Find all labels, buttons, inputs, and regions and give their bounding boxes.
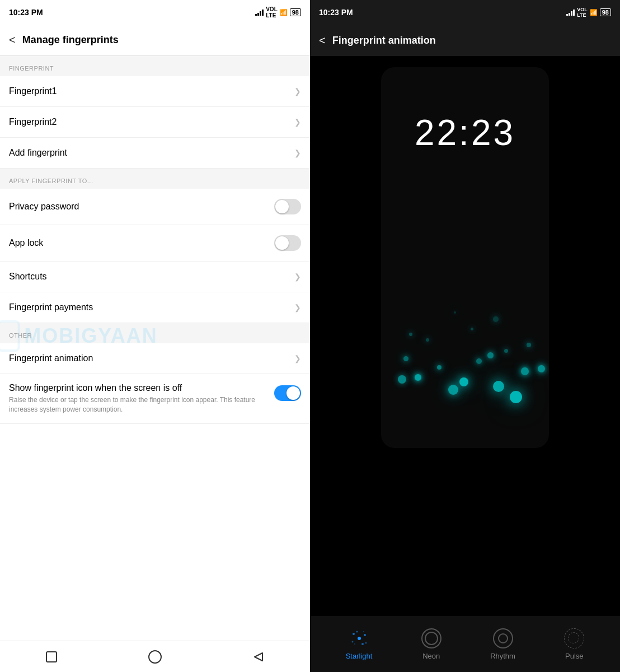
right-status-icons: VOLLTE 📶 98 bbox=[566, 7, 611, 18]
left-back-button[interactable]: < bbox=[9, 34, 16, 46]
svg-point-9 bbox=[361, 643, 364, 645]
wifi-icon: 📶 bbox=[280, 9, 288, 16]
show-fingerprint-icon-text: Show fingerprint icon when the screen is… bbox=[9, 383, 267, 414]
rhythm-label: Rhythm bbox=[490, 652, 515, 660]
neon-label: Neon bbox=[422, 652, 440, 660]
fingerprint-payments-chevron: ❯ bbox=[294, 303, 301, 312]
add-fingerprint-chevron: ❯ bbox=[294, 148, 301, 157]
fingerprint2-chevron: ❯ bbox=[294, 118, 301, 127]
starlight-icon bbox=[349, 628, 369, 648]
fingerprint-payments-item[interactable]: Fingerprint payments ❯ bbox=[0, 292, 310, 323]
other-section-label: OTHER bbox=[0, 323, 310, 343]
show-fingerprint-icon-item[interactable]: Show fingerprint icon when the screen is… bbox=[0, 374, 310, 424]
right-status-bar: 10:23 PM VOLLTE 📶 98 bbox=[310, 0, 620, 25]
svg-point-4 bbox=[353, 633, 355, 635]
nav-circle-button[interactable] bbox=[147, 649, 163, 665]
circle-icon bbox=[148, 650, 162, 664]
starlight-label: Starlight bbox=[346, 652, 373, 660]
right-back-button[interactable]: < bbox=[319, 34, 326, 47]
svg-point-1 bbox=[149, 651, 161, 663]
fingerprint1-chevron: ❯ bbox=[294, 87, 301, 96]
fingerprint2-item[interactable]: Fingerprint2 ❯ bbox=[0, 107, 310, 138]
left-status-bar: 10:23 PM VOLLTE 📶 98 bbox=[0, 0, 310, 25]
left-content: FINGERPRINT Fingerprint1 ❯ Fingerprint2 … bbox=[0, 56, 310, 641]
show-fingerprint-icon-toggle[interactable] bbox=[274, 385, 301, 401]
left-nav-bar bbox=[0, 641, 310, 672]
particle-container bbox=[381, 258, 549, 414]
app-lock-toggle[interactable] bbox=[274, 235, 301, 251]
fingerprint-animation-label: Fingerprint animation bbox=[9, 353, 93, 363]
battery-icon: 98 bbox=[290, 8, 301, 16]
tab-starlight[interactable]: Starlight bbox=[346, 628, 373, 660]
right-lte-icon: VOLLTE bbox=[577, 7, 588, 18]
animation-tabs: Starlight Neon Rhythm Pulse bbox=[310, 616, 620, 672]
square-icon bbox=[45, 651, 58, 663]
svg-rect-0 bbox=[46, 652, 57, 662]
svg-point-8 bbox=[356, 631, 358, 632]
add-fingerprint-item[interactable]: Add fingerprint ❯ bbox=[0, 138, 310, 169]
triangle-icon bbox=[252, 651, 265, 663]
svg-marker-2 bbox=[255, 653, 262, 661]
pulse-label: Pulse bbox=[565, 652, 584, 660]
apply-section-label: APPLY FINGERPRINT TO... bbox=[0, 169, 310, 189]
right-panel: 10:23 PM VOLLTE 📶 98 < Fingerprint anima… bbox=[310, 0, 620, 672]
nav-triangle-button[interactable] bbox=[251, 649, 266, 665]
left-status-icons: VOLLTE 📶 98 bbox=[255, 6, 301, 18]
svg-point-10 bbox=[354, 643, 355, 645]
right-wifi-icon: 📶 bbox=[590, 9, 598, 16]
show-fingerprint-icon-row: Show fingerprint icon when the screen is… bbox=[9, 383, 301, 414]
svg-point-5 bbox=[364, 634, 366, 636]
left-page-title: Manage fingerprints bbox=[22, 34, 119, 46]
nav-square-button[interactable] bbox=[44, 649, 59, 665]
fingerprint1-label: Fingerprint1 bbox=[9, 86, 57, 96]
fingerprint2-label: Fingerprint2 bbox=[9, 117, 57, 127]
app-lock-item[interactable]: App lock bbox=[0, 225, 310, 262]
app-lock-label: App lock bbox=[9, 238, 43, 248]
signal-icon bbox=[255, 9, 264, 16]
right-battery-icon: 98 bbox=[600, 8, 611, 16]
svg-point-7 bbox=[365, 642, 367, 643]
tab-neon[interactable]: Neon bbox=[421, 628, 441, 660]
phone-preview: 22:23 bbox=[381, 67, 549, 448]
add-fingerprint-label: Add fingerprint bbox=[9, 148, 67, 158]
shortcuts-item[interactable]: Shortcuts ❯ bbox=[0, 262, 310, 292]
show-fingerprint-icon-title: Show fingerprint icon when the screen is… bbox=[9, 383, 267, 393]
shortcuts-label: Shortcuts bbox=[9, 272, 47, 282]
shortcuts-chevron: ❯ bbox=[294, 272, 301, 281]
svg-point-11 bbox=[363, 631, 364, 632]
lte-icon: VOLLTE bbox=[266, 6, 278, 18]
svg-point-6 bbox=[351, 641, 353, 642]
preview-time: 22:23 bbox=[415, 112, 515, 153]
tab-rhythm[interactable]: Rhythm bbox=[490, 628, 515, 660]
fingerprint-section-label: FINGERPRINT bbox=[0, 56, 310, 76]
right-status-time: 10:23 PM bbox=[319, 8, 353, 17]
fingerprint-animation-chevron: ❯ bbox=[294, 354, 301, 363]
fingerprint-animation-item[interactable]: Fingerprint animation ❯ bbox=[0, 343, 310, 374]
right-signal-icon bbox=[566, 9, 575, 16]
svg-point-3 bbox=[358, 637, 361, 640]
show-fingerprint-icon-subtitle: Raise the device or tap the screen to ma… bbox=[9, 395, 267, 414]
fingerprint1-item[interactable]: Fingerprint1 ❯ bbox=[0, 76, 310, 107]
right-page-title: Fingerprint animation bbox=[332, 35, 436, 46]
privacy-password-label: Privacy password bbox=[9, 202, 79, 212]
tab-pulse[interactable]: Pulse bbox=[564, 628, 584, 660]
privacy-password-toggle[interactable] bbox=[274, 199, 301, 214]
left-top-bar: < Manage fingerprints bbox=[0, 25, 310, 56]
fingerprint-payments-label: Fingerprint payments bbox=[9, 302, 93, 312]
privacy-password-item[interactable]: Privacy password bbox=[0, 189, 310, 225]
left-status-time: 10:23 PM bbox=[9, 8, 43, 17]
right-top-bar: < Fingerprint animation bbox=[310, 25, 620, 56]
